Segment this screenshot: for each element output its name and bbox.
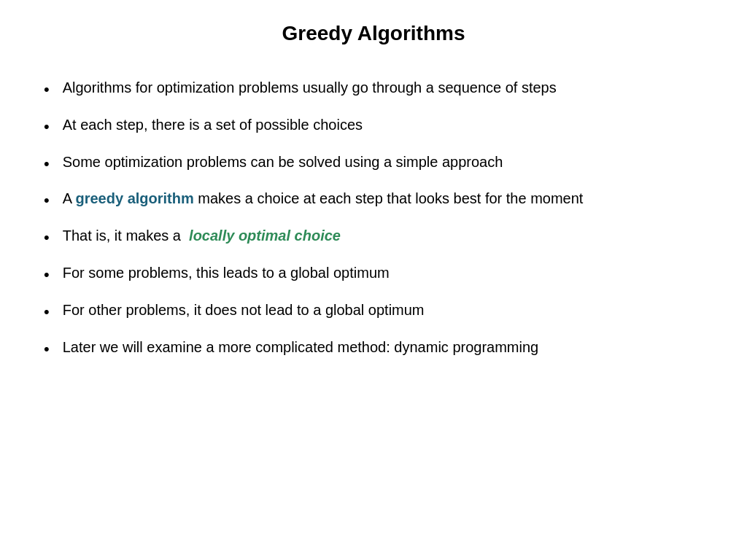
bullet-dot: •	[44, 301, 50, 324]
bullet-dot: •	[44, 227, 50, 249]
bullet-dot: •	[44, 338, 50, 361]
list-item: • Some optimization problems can be solv…	[44, 152, 703, 176]
bullet-text: Algorithms for optimization problems usu…	[63, 77, 703, 98]
slide-title: Greedy Algorithms	[44, 22, 703, 51]
list-item: • A greedy algorithm makes a choice at e…	[44, 188, 703, 212]
bullet-dot: •	[44, 153, 50, 176]
bullet-text: Later we will examine a more complicated…	[63, 337, 703, 357]
bullet-text: For some problems, this leads to a globa…	[63, 262, 703, 283]
list-item: • For other problems, it does not lead t…	[44, 300, 703, 324]
greedy-algorithm-highlight: greedy algorithm	[76, 190, 194, 206]
bullet-text: That is, it makes a locally optimal choi…	[63, 225, 703, 246]
bullet-dot: •	[44, 116, 50, 139]
bullet-list: • Algorithms for optimization problems u…	[44, 77, 703, 360]
bullet-dot: •	[44, 79, 50, 101]
bullet-dot: •	[44, 264, 50, 287]
bullet-text: A greedy algorithm makes a choice at eac…	[63, 188, 703, 209]
bullet-text: At each step, there is a set of possible…	[63, 114, 703, 135]
list-item: • That is, it makes a locally optimal ch…	[44, 225, 703, 249]
bullet-text: Some optimization problems can be solved…	[63, 152, 703, 172]
list-item: • Later we will examine a more complicat…	[44, 337, 703, 361]
locally-optimal-highlight: locally optimal choice	[189, 228, 341, 244]
slide-container: Greedy Algorithms • Algorithms for optim…	[0, 0, 747, 560]
bullet-text: For other problems, it does not lead to …	[63, 300, 703, 320]
list-item: • For some problems, this leads to a glo…	[44, 262, 703, 287]
list-item: • Algorithms for optimization problems u…	[44, 77, 703, 101]
bullet-dot: •	[44, 190, 50, 212]
list-item: • At each step, there is a set of possib…	[44, 114, 703, 139]
